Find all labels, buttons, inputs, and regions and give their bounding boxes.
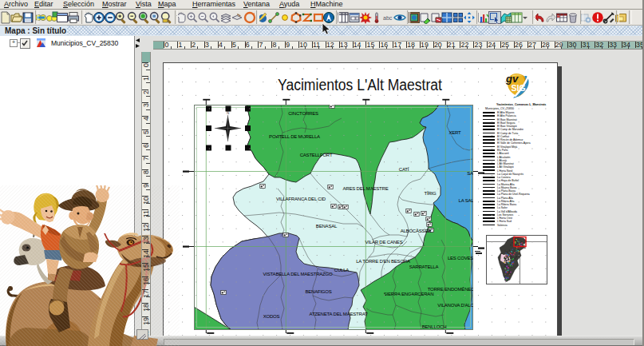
svg-text:XODOS: XODOS: [263, 314, 280, 319]
svg-text:SA: SA: [467, 171, 473, 176]
svg-text:LA SAL: LA SAL: [459, 198, 475, 203]
svg-text:TORRE ENDOMÉNECH: TORRE ENDOMÉNECH: [428, 287, 478, 292]
svg-text:CASTELLFORT: CASTELLFORT: [300, 153, 333, 157]
svg-text:CULLA: CULLA: [334, 268, 350, 272]
svg-text:VILLAFRANCA DEL CID: VILLAFRANCA DEL CID: [276, 197, 326, 201]
svg-text:SIERRA ENGARCERAN: SIERRA ENGARCERAN: [384, 292, 434, 296]
svg-text:TÍRIG: TÍRIG: [425, 191, 437, 196]
svg-text:VILAR DE CANES: VILAR DE CANES: [365, 240, 403, 245]
svg-text:BENLLOCH: BENLLOCH: [422, 324, 447, 329]
svg-text:BENASAL: BENASAL: [316, 224, 338, 229]
svg-text:abc: abc: [383, 15, 393, 21]
svg-text:SIG: SIG: [512, 83, 526, 93]
svg-text:VILANOVA D'ALC: VILANOVA D'ALC: [437, 303, 474, 308]
svg-text:BENAFIGOS: BENAFIGOS: [305, 289, 331, 294]
svg-text:SARRATELLA: SARRATELLA: [409, 264, 439, 269]
svg-text:LA TORRE D'EN BESORA: LA TORRE D'EN BESORA: [356, 259, 410, 264]
svg-text:XERT: XERT: [448, 130, 461, 135]
svg-text:PORTELL DE MORELLA: PORTELL DE MORELLA: [269, 134, 320, 139]
svg-text:CINCTORRES: CINCTORRES: [288, 111, 318, 116]
svg-text:ALBOCÀSSER: ALBOCÀSSER: [401, 229, 433, 233]
svg-text:VISTABELLA DEL MAESTRAZGO: VISTABELLA DEL MAESTRAZGO: [263, 272, 333, 276]
svg-text:CATÍ: CATÍ: [399, 167, 409, 172]
svg-text:LES COVES: LES COVES: [448, 256, 473, 260]
svg-text:ARES DEL MAESTRE: ARES DEL MAESTRE: [343, 186, 389, 191]
svg-text:ATZENETA DEL MAESTRAT: ATZENETA DEL MAESTRAT: [310, 312, 368, 316]
